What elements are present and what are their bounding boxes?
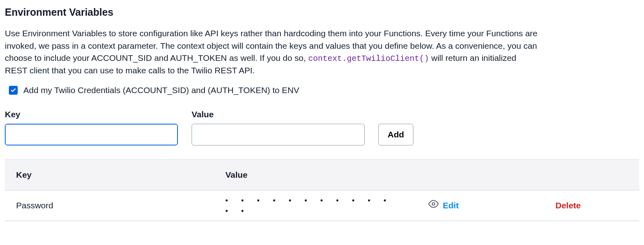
code-snippet: context.getTwilioClient(): [308, 54, 429, 63]
svg-point-0: [432, 203, 435, 206]
value-field: Value: [192, 108, 365, 145]
key-field: Key: [5, 108, 178, 145]
key-field-label: Key: [5, 108, 178, 120]
reveal-value-button[interactable]: [428, 199, 439, 212]
section-title: Environment Variables: [5, 5, 639, 19]
add-button[interactable]: Add: [378, 124, 413, 145]
key-input[interactable]: [5, 124, 178, 145]
checkmark-icon: [10, 87, 16, 93]
table-row: Password • • • • • • • • • • • • • Edit …: [5, 190, 639, 221]
add-variable-form: Key Value Add: [5, 108, 639, 145]
add-credentials-checkbox[interactable]: [9, 86, 18, 95]
value-input[interactable]: [192, 124, 365, 145]
env-variables-table: Key Value Password • • • • • • • • • • •…: [5, 159, 639, 221]
add-credentials-checkbox-label: Add my Twilio Credentials (ACCOUNT_SID) …: [23, 84, 299, 96]
edit-button[interactable]: Edit: [443, 199, 555, 212]
row-value-masked: • • • • • • • • • • • • •: [225, 195, 402, 216]
section-description: Use Environment Variables to store confi…: [5, 27, 540, 77]
column-header-value: Value: [225, 169, 402, 181]
delete-button[interactable]: Delete: [555, 199, 628, 212]
table-header-row: Key Value: [5, 160, 639, 190]
value-field-label: Value: [192, 108, 365, 120]
row-key: Password: [16, 199, 225, 212]
column-header-key: Key: [16, 169, 225, 181]
eye-icon: [428, 199, 439, 209]
add-credentials-checkbox-row: Add my Twilio Credentials (ACCOUNT_SID) …: [9, 84, 639, 96]
